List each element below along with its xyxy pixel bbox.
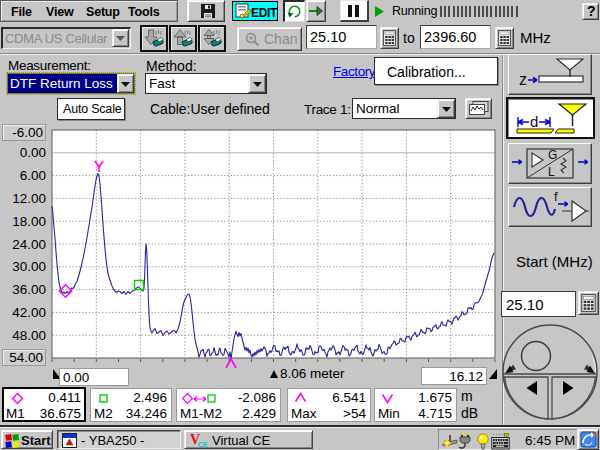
svg-text:CE: CE [198, 441, 208, 448]
svg-text:G: G [548, 148, 557, 162]
svg-text:d: d [530, 113, 538, 130]
svg-text:z: z [519, 71, 527, 88]
svg-text:L: L [548, 165, 555, 179]
svg-text:f: f [554, 189, 558, 204]
